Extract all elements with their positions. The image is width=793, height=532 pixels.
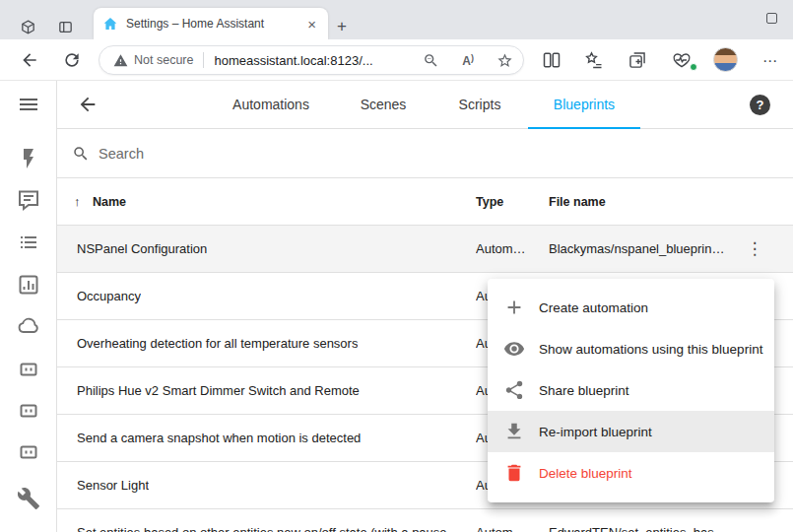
- blueprint-name: Occupancy: [77, 273, 141, 320]
- sort-ascending-icon[interactable]: ↑: [74, 178, 81, 226]
- blueprint-name: Send a camera snapshot when motion is de…: [77, 415, 361, 462]
- trash-icon: [503, 462, 525, 484]
- menu-item-reimport-blueprint[interactable]: Re-import blueprint: [488, 411, 774, 452]
- plus-icon: [503, 297, 525, 318]
- table-row[interactable]: Set entities based on other entities new…: [57, 509, 793, 532]
- back-icon[interactable]: [20, 50, 39, 70]
- devices-icon[interactable]: [17, 358, 40, 381]
- favorite-star-icon[interactable]: [496, 52, 513, 69]
- table-header: ↑ Name Type File name: [57, 178, 793, 226]
- blueprint-name: Set entities based on other entities new…: [77, 509, 469, 532]
- integrations-icon[interactable]: [17, 440, 40, 464]
- split-screen-icon[interactable]: [542, 50, 562, 70]
- menu-item-create-automation[interactable]: Create automation: [488, 287, 774, 328]
- blueprint-context-menu: Create automation Show automations using…: [488, 279, 774, 502]
- new-tab-button[interactable]: +: [337, 18, 347, 34]
- blueprint-file: Blackymas/nspanel_blueprin…: [549, 226, 724, 273]
- column-name[interactable]: Name: [93, 178, 126, 226]
- logbook-list-icon[interactable]: [17, 231, 40, 254]
- menu-item-label: Delete blueprint: [539, 466, 632, 481]
- tab-automations[interactable]: Automations: [232, 81, 309, 129]
- refresh-icon[interactable]: [62, 50, 82, 70]
- url-text[interactable]: homeassistant.local:8123/...: [214, 53, 372, 68]
- search-bar[interactable]: Search: [57, 129, 793, 178]
- tab-close-icon[interactable]: ×: [304, 17, 319, 32]
- ha-back-icon[interactable]: [77, 94, 99, 115]
- home-assistant-favicon: [102, 16, 118, 32]
- blueprint-name: Overheating detection for all temperatur…: [77, 320, 358, 367]
- blueprint-name: Sensor Light: [77, 462, 149, 509]
- cloud-icon[interactable]: [17, 314, 40, 338]
- share-icon: [503, 379, 525, 401]
- collections-icon[interactable]: [628, 50, 647, 70]
- menu-item-share-blueprint[interactable]: Share blueprint: [488, 369, 774, 411]
- menu-item-show-automations[interactable]: Show automations using this blueprint: [488, 328, 774, 369]
- search-placeholder: Search: [99, 129, 144, 178]
- tab-actions-icon[interactable]: [57, 19, 74, 35]
- browser-tab[interactable]: Settings – Home Assistant ×: [94, 8, 328, 39]
- assist-icon[interactable]: [17, 188, 40, 212]
- menu-item-label: Create automation: [539, 300, 648, 315]
- browser-titlebar: Settings – Home Assistant × +: [0, 0, 793, 39]
- history-chart-icon[interactable]: [17, 273, 40, 297]
- tab-title: Settings – Home Assistant: [126, 17, 304, 31]
- workspaces-icon[interactable]: [20, 19, 36, 35]
- essentials-status-dot: [690, 63, 697, 71]
- help-icon[interactable]: ?: [750, 95, 770, 115]
- tab-scenes[interactable]: Scenes: [361, 81, 407, 129]
- blueprint-type: Autom…: [476, 509, 526, 532]
- window-maximize-icon[interactable]: [766, 13, 777, 24]
- browser-settings-menu-icon[interactable]: ⋯: [762, 52, 778, 70]
- read-aloud-icon[interactable]: A): [462, 53, 474, 68]
- table-row[interactable]: NSPanel Configuration Autom… Blackymas/n…: [57, 226, 793, 273]
- sidebar-menu-icon[interactable]: [17, 93, 40, 116]
- not-secure-warning-icon: [113, 53, 128, 68]
- row-overflow-menu-icon[interactable]: ⋮: [746, 226, 763, 273]
- favorites-hub-icon[interactable]: [584, 50, 604, 70]
- ha-sidebar: [0, 81, 57, 532]
- blueprint-name: Philips Hue v2 Smart Dimmer Switch and R…: [77, 367, 360, 415]
- zoom-out-icon[interactable]: [423, 52, 439, 69]
- profile-avatar[interactable]: [713, 47, 738, 72]
- blueprint-file: EdwardTEN/set_entities_bas…: [549, 509, 727, 532]
- energy-icon[interactable]: [17, 147, 40, 170]
- browser-essentials-icon[interactable]: [672, 50, 692, 70]
- tab-blueprints[interactable]: Blueprints: [554, 81, 615, 129]
- blueprint-name: NSPanel Configuration: [77, 226, 207, 273]
- browser-toolbar: Not secure homeassistant.local:8123/... …: [0, 39, 793, 81]
- download-icon: [503, 421, 525, 442]
- menu-item-label: Show automations using this blueprint: [539, 342, 762, 357]
- menu-item-label: Re-import blueprint: [539, 425, 652, 439]
- tab-scripts[interactable]: Scripts: [459, 81, 501, 129]
- address-divider: [203, 52, 204, 68]
- security-status[interactable]: Not secure: [134, 53, 193, 67]
- entities-icon[interactable]: [17, 399, 40, 423]
- address-bar[interactable]: Not secure homeassistant.local:8123/... …: [99, 45, 524, 75]
- blueprint-type: Autom…: [476, 226, 526, 273]
- developer-tools-icon[interactable]: [17, 487, 40, 510]
- browser-window: Settings – Home Assistant × + Not secure…: [0, 0, 793, 532]
- eye-icon: [503, 338, 525, 360]
- column-file-name[interactable]: File name: [549, 178, 606, 226]
- ha-header: Automations Scenes Scripts Blueprints ?: [57, 81, 793, 129]
- column-type[interactable]: Type: [476, 178, 503, 226]
- search-icon: [72, 145, 90, 163]
- menu-item-delete-blueprint[interactable]: Delete blueprint: [488, 452, 774, 494]
- menu-item-label: Share blueprint: [539, 383, 629, 398]
